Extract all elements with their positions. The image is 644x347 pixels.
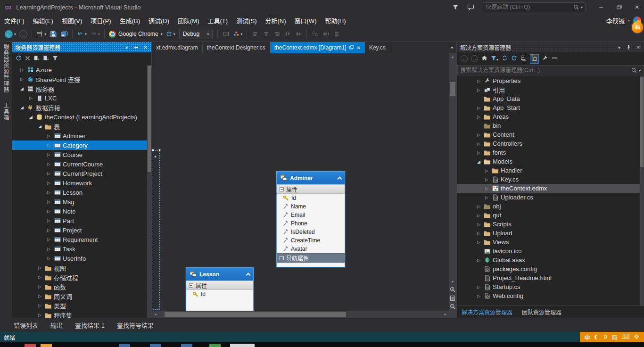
entity-property-Name[interactable]: Name <box>277 202 345 211</box>
pin-icon[interactable] <box>625 45 633 50</box>
expander-collapsed-icon[interactable]: ▷ <box>483 168 491 173</box>
expander-collapsed-icon[interactable]: ▷ <box>18 67 26 72</box>
collapse-all-button[interactable] <box>520 55 527 63</box>
tree-item-存储过程[interactable]: ▷存储过程 <box>12 273 151 282</box>
tree-item-Homework[interactable]: ▷Homework <box>12 178 151 188</box>
tree-item-SharePoint 连接[interactable]: ▷SharePoint 连接 <box>12 74 151 84</box>
entity-property-IsDeleted[interactable]: IsDeleted <box>277 228 345 236</box>
tree-item-bin[interactable]: bin <box>457 121 644 130</box>
tree-item-类型[interactable]: ▷类型 <box>12 301 151 310</box>
toolbar-redo-button[interactable]: ▾ <box>89 28 101 40</box>
expander-collapsed-icon[interactable]: ▷ <box>45 218 53 223</box>
scroll-right-icon[interactable]: ▸ <box>442 311 449 318</box>
scrollbar-thumb[interactable] <box>450 82 455 96</box>
entity-section-属性[interactable]: 属性 <box>186 281 253 290</box>
tree-item-同义词[interactable]: ▷同义词 <box>12 291 151 301</box>
taskbar-app-icon[interactable] <box>181 344 192 347</box>
expander-collapsed-icon[interactable]: ▷ <box>483 177 491 182</box>
table-filter-button[interactable] <box>52 55 58 62</box>
solution-search-box[interactable]: ▾ <box>457 65 644 75</box>
expander-collapsed-icon[interactable]: ▷ <box>475 240 483 245</box>
tree-item-Models[interactable]: ◢Models <box>457 157 644 166</box>
toolbar-space-down-button[interactable] <box>332 28 341 40</box>
toolbar-save-button[interactable] <box>49 28 58 40</box>
tree-item-Adminer[interactable]: ▷Adminer <box>12 131 151 140</box>
expander-expanded-icon[interactable]: ◢ <box>18 105 26 110</box>
feedback-icon[interactable] <box>465 4 476 10</box>
expander-collapsed-icon[interactable]: ▷ <box>475 141 483 146</box>
tree-item-CurrentCourse[interactable]: ▷CurrentCourse <box>12 159 151 169</box>
toolbar-nav-forward-button[interactable]: → <box>18 28 28 40</box>
menu-帮助[interactable]: 帮助(H) <box>321 15 350 26</box>
collapse-chevron-icon[interactable] <box>246 273 251 278</box>
zoom-out-button[interactable] <box>449 302 456 311</box>
toolbar-save-all-button[interactable] <box>59 28 69 40</box>
solution-search-input[interactable] <box>460 67 629 74</box>
connect-database-button[interactable] <box>33 55 40 63</box>
tree-item-favicon.ico[interactable]: favicon.ico <box>457 247 644 256</box>
toolbar-nav-back-button[interactable]: ←▾ <box>4 28 17 40</box>
taskbar-app-icon[interactable] <box>150 344 161 347</box>
expander-collapsed-icon[interactable]: ▷ <box>45 256 53 261</box>
toolbar-intellitrace-button[interactable]: ▾ <box>232 28 243 40</box>
close-tab-icon[interactable]: ✕ <box>357 45 361 50</box>
tree-item-Requirement[interactable]: ▷Requirement <box>12 235 151 244</box>
collapse-box-icon[interactable] <box>280 256 284 260</box>
menu-视图[interactable]: 视图(V) <box>58 15 86 26</box>
entity-property-Id[interactable]: Id <box>186 290 253 298</box>
toolbar-attach-process-button[interactable] <box>221 28 231 40</box>
scroll-down-icon[interactable]: ▾ <box>449 278 456 285</box>
entity-property-CreateTime[interactable]: CreateTime <box>277 236 345 245</box>
ime-num[interactable]: 9 <box>604 334 607 340</box>
taskbar-app-icon[interactable] <box>41 344 52 347</box>
tree-item-Views[interactable]: ▷Views <box>457 238 644 247</box>
expander-collapsed-icon[interactable]: ▷ <box>45 247 53 251</box>
tree-item-Uploader.cs[interactable]: ▷C#Uploader.cs <box>457 193 644 202</box>
expander-expanded-icon[interactable]: ◢ <box>27 115 35 119</box>
document-tab-xt.edmx.diagram[interactable]: xt.edmx.diagram <box>152 42 203 53</box>
nav-back-circle-button[interactable]: ← <box>461 55 468 62</box>
tree-item-Startup.cs[interactable]: ▷C#Startup.cs <box>457 282 644 291</box>
selected-shape-outline[interactable] <box>153 150 160 310</box>
tree-item-App_Data[interactable]: App_Data <box>457 94 644 103</box>
expander-collapsed-icon[interactable]: ▷ <box>45 190 53 195</box>
edmx-designer-canvas[interactable]: * Adminer属性IdNameEmailPhoneIsDeletedCrea… <box>152 53 449 311</box>
tree-item-LXC[interactable]: ▷LXC <box>12 93 151 103</box>
expander-collapsed-icon[interactable]: ▷ <box>475 150 483 155</box>
horizontal-scrollbar[interactable]: ◂ ▸ <box>152 311 456 318</box>
expander-collapsed-icon[interactable]: ▷ <box>475 294 483 298</box>
pin-icon[interactable] <box>132 45 140 50</box>
keep-open-icon[interactable] <box>349 44 354 51</box>
tree-item-qut[interactable]: ▷qut <box>457 211 644 220</box>
expander-collapsed-icon[interactable]: ▷ <box>45 162 53 166</box>
signed-in-user[interactable]: 李筷铖 <box>606 16 625 25</box>
collapse-box-icon[interactable] <box>280 187 284 191</box>
window-position-icon[interactable]: ▾ <box>615 45 623 50</box>
refresh-blue-button[interactable] <box>16 55 22 63</box>
expander-collapsed-icon[interactable]: ▷ <box>475 285 483 289</box>
scroll-left-icon[interactable]: ◂ <box>152 311 159 318</box>
tree-item-Web.config[interactable]: ▷Web.config <box>457 291 644 300</box>
tree-item-Note[interactable]: ▷Note <box>12 207 151 216</box>
gear-icon[interactable] <box>634 334 639 341</box>
preview-item-button[interactable] <box>552 55 557 62</box>
expander-collapsed-icon[interactable]: ▷ <box>36 294 44 298</box>
tree-item-引用[interactable]: ▷引用 <box>457 85 644 94</box>
entity-header[interactable]: Lesson <box>186 268 253 281</box>
expander-collapsed-icon[interactable]: ▷ <box>475 88 483 92</box>
expander-collapsed-icon[interactable]: ▷ <box>483 186 491 191</box>
vertical-scrollbar[interactable]: ▴ ▾ <box>449 53 456 311</box>
expander-expanded-icon[interactable]: ◢ <box>36 124 44 129</box>
collapse-chevron-icon[interactable] <box>338 177 342 182</box>
tree-item-fonts[interactable]: ▷fonts <box>457 148 644 157</box>
expander-collapsed-icon[interactable]: ▷ <box>45 228 53 232</box>
menu-团队[interactable]: 团队(M) <box>173 15 204 26</box>
expander-collapsed-icon[interactable]: ▷ <box>483 195 491 200</box>
tree-item-Lesson[interactable]: ▷Lesson <box>12 188 151 197</box>
tree-item-packages.config[interactable]: packages.config <box>457 264 644 273</box>
entity-property-Avatar[interactable]: Avatar <box>277 245 345 253</box>
quick-launch-input[interactable] <box>486 4 571 10</box>
expander-expanded-icon[interactable]: ◢ <box>475 159 483 164</box>
tree-item-Key.cs[interactable]: ▷C#Key.cs <box>457 175 644 184</box>
toolbar-space-across-button[interactable] <box>321 28 330 40</box>
